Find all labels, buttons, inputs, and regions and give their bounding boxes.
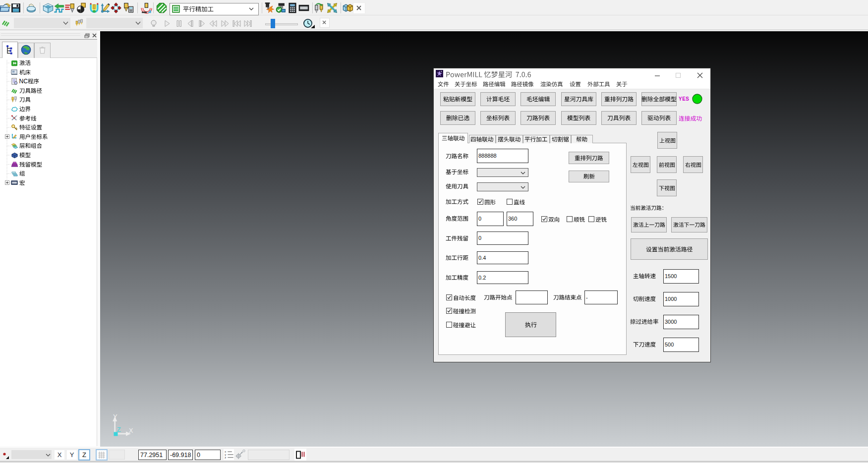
svg-text:Y: Y xyxy=(113,413,117,420)
svg-text:X: X xyxy=(129,427,133,434)
